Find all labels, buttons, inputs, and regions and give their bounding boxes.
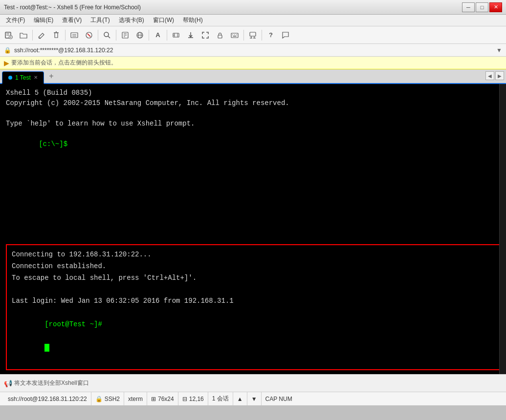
- status-sessions: 1 会话: [208, 392, 233, 405]
- tab-add-button[interactable]: +: [46, 71, 57, 82]
- conn-line-3: To escape to local shell, press 'Ctrl+Al…: [12, 273, 494, 284]
- tab-prev-button[interactable]: ◀: [485, 71, 494, 80]
- title-bar: Test - root@Test:~ - Xshell 5 (Free for …: [0, 0, 506, 15]
- conn-line-4: [12, 284, 494, 295]
- svg-rect-9: [71, 33, 78, 38]
- svg-rect-29: [231, 33, 238, 38]
- term-line-1: Xshell 5 (Build 0835): [6, 88, 500, 98]
- terminal-scrollbar[interactable]: [499, 84, 506, 374]
- path-text: ssh://root@192.168.31.120:22: [8, 396, 87, 402]
- toolbar-separator-2: [65, 30, 66, 41]
- open-button[interactable]: [17, 28, 30, 42]
- transfer-button[interactable]: [169, 28, 183, 42]
- sftp-button[interactable]: [184, 28, 198, 42]
- maximize-button[interactable]: □: [476, 2, 488, 12]
- lock-icon: 🔒: [4, 47, 11, 54]
- toolbar-separator-5: [149, 30, 149, 41]
- compose-button[interactable]: [118, 28, 132, 42]
- tab-1[interactable]: 1 Test ✕: [2, 71, 44, 84]
- term-prompt-text: [c:\~]$: [39, 140, 67, 148]
- status-path: ssh://root@192.168.31.120:22: [4, 392, 91, 405]
- svg-rect-28: [218, 35, 222, 38]
- connect-button[interactable]: [67, 28, 81, 42]
- status-position: ⊟ 12,16: [178, 392, 208, 405]
- conn-prompt-text: [root@Test ~]#: [44, 320, 102, 328]
- conn-prompt-hash: [44, 332, 48, 340]
- status-protocol: 🔒 SSH2: [91, 392, 124, 405]
- info-bar: ▶ 要添加当前会话，点击左侧的箭头按钮。: [0, 57, 506, 69]
- menu-view[interactable]: 查看(V): [58, 15, 86, 25]
- menu-bar: 文件(F) 编辑(E) 查看(V) 工具(T) 选项卡(B) 窗口(W) 帮助(…: [0, 15, 506, 26]
- position-text: 12,16: [189, 396, 204, 402]
- toolbar: A: [0, 26, 506, 44]
- status-terminal: xterm: [124, 392, 147, 405]
- terminal-wrapper: Xshell 5 (Build 0835) Copyright (c) 2002…: [0, 84, 506, 374]
- address-dropdown[interactable]: ▼: [496, 47, 502, 54]
- broadcast-label: 将文本发送到全部Xshell窗口: [14, 379, 89, 387]
- terminal-area[interactable]: Xshell 5 (Build 0835) Copyright (c) 2002…: [0, 84, 506, 374]
- status-scroll-up[interactable]: ▲: [233, 392, 247, 405]
- conn-line-5: Last login: Wed Jan 13 06:32:05 2016 fro…: [12, 295, 494, 307]
- globe-button[interactable]: [133, 28, 147, 42]
- protocol-text: SSH2: [105, 396, 120, 402]
- bottom-bar: 📢 将文本发送到全部Xshell窗口: [0, 374, 506, 392]
- term-prompt-1: [c:\~]$: [6, 129, 500, 160]
- toolbar-separator-3: [98, 30, 98, 41]
- window-controls: ─ □ ✕: [462, 2, 502, 12]
- status-size: ⊞ 76x24: [147, 392, 178, 405]
- fullscreen-button[interactable]: [198, 28, 212, 42]
- address-bar: 🔒 ssh://root:********@192.168.31.120:22 …: [0, 44, 506, 57]
- cursor: [44, 344, 49, 352]
- menu-file[interactable]: 文件(F): [2, 15, 29, 25]
- tab-bar: 1 Test ✕ + ◀ ▶: [0, 69, 506, 84]
- status-scroll-down[interactable]: ▼: [247, 392, 262, 405]
- tab-navigation: ◀ ▶: [485, 71, 504, 80]
- menu-tabs[interactable]: 选项卡(B): [115, 15, 148, 25]
- toolbar-separator-8: [262, 30, 262, 41]
- tab-label: 1 Test: [15, 74, 31, 81]
- disconnect-button[interactable]: [82, 28, 96, 42]
- broadcast-icon: 📢: [4, 379, 12, 387]
- font-button[interactable]: A: [151, 28, 165, 42]
- info-text: 要添加当前会话，点击左侧的箭头按钮。: [11, 59, 117, 67]
- conn-prompt: [root@Test ~]#: [12, 307, 494, 365]
- menu-help[interactable]: 帮助(H): [179, 15, 207, 25]
- chat-button[interactable]: [279, 28, 292, 42]
- close-button[interactable]: ✕: [489, 2, 502, 12]
- edit-button[interactable]: [35, 28, 48, 42]
- term-line-3: [6, 108, 500, 119]
- connection-box: Connecting to 192.168.31.120:22... Conne…: [6, 244, 500, 370]
- keyboard-button[interactable]: [228, 28, 242, 42]
- tab-close-button[interactable]: ✕: [34, 75, 38, 80]
- status-bar: ssh://root@192.168.31.120:22 🔒 SSH2 xter…: [0, 392, 506, 405]
- lock-status-icon: 🔒: [95, 396, 103, 402]
- menu-tools[interactable]: 工具(T): [87, 15, 113, 25]
- minimize-button[interactable]: ─: [462, 2, 475, 12]
- sessions-text: 1 会话: [212, 395, 229, 403]
- search-button[interactable]: [100, 28, 114, 42]
- terminal-type-text: xterm: [128, 396, 143, 402]
- broadcast-button[interactable]: [246, 28, 260, 42]
- toolbar-separator-7: [243, 30, 244, 41]
- window-title: Test - root@Test:~ - Xshell 5 (Free for …: [4, 4, 141, 11]
- broadcast-button[interactable]: 📢 将文本发送到全部Xshell窗口: [4, 379, 89, 387]
- svg-rect-34: [250, 32, 256, 36]
- conn-line-1: Connecting to 192.168.31.120:22...: [12, 249, 494, 261]
- term-line-2: Copyright (c) 2002-2015 NetSarang Comput…: [6, 98, 500, 108]
- lock-button[interactable]: [213, 28, 227, 42]
- address-text: ssh://root:********@192.168.31.120:22: [14, 47, 493, 54]
- svg-point-14: [104, 32, 109, 37]
- size-icon: ⊞: [151, 396, 156, 402]
- status-capnum: CAP NUM: [262, 392, 296, 405]
- term-line-4: Type `help' to learn how to use Xshell p…: [6, 119, 500, 129]
- svg-line-15: [108, 36, 110, 38]
- toolbar-separator-4: [116, 30, 116, 41]
- menu-edit[interactable]: 编辑(E): [30, 15, 57, 25]
- tab-indicator: [8, 76, 12, 80]
- new-session-button[interactable]: [2, 28, 16, 42]
- help-button[interactable]: ?: [264, 28, 278, 42]
- menu-window[interactable]: 窗口(W): [149, 15, 178, 25]
- delete-button[interactable]: [49, 28, 63, 42]
- tab-next-button[interactable]: ▶: [495, 71, 504, 80]
- svg-line-13: [88, 34, 90, 37]
